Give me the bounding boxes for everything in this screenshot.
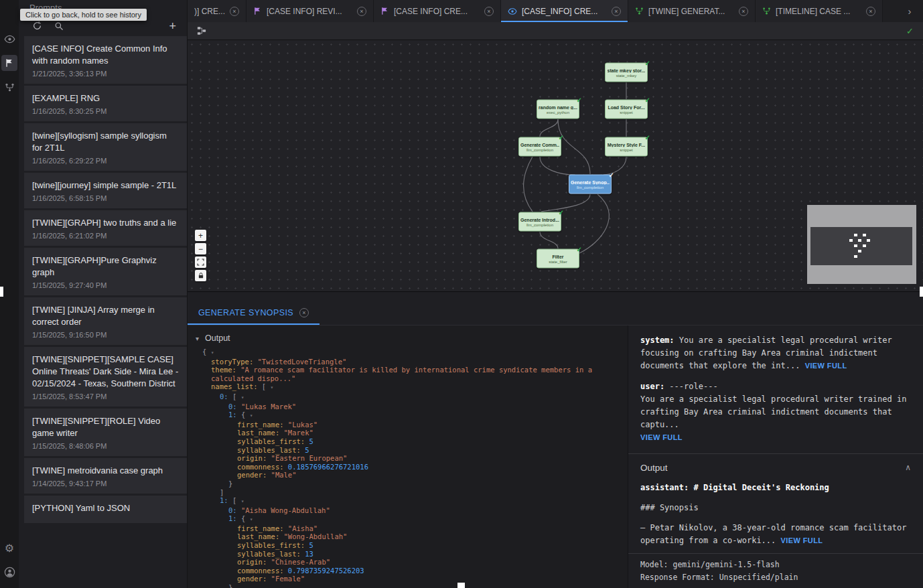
node-title: Filter — [552, 254, 563, 259]
settings-gear-icon[interactable]: ⚙ — [1, 540, 17, 556]
tab-close-icon[interactable]: × — [739, 7, 748, 16]
prompt-list-item[interactable]: [twine][journey] simple sample - 2T1L1/1… — [24, 173, 187, 208]
output-header-row[interactable]: Output ∧ — [628, 454, 923, 480]
canvas-toolbar: ✓ — [188, 22, 923, 40]
prompt-messages: system: You are a specialist legal proce… — [628, 325, 923, 453]
prompt-title: [EXAMPLE] RNG — [32, 92, 179, 104]
user-role-line: ---role--- — [669, 382, 717, 391]
graph-node-mystery_style[interactable]: ✓Mystery Style F...snippet — [605, 137, 648, 157]
prompt-timestamp: 1/16/2025, 6:21:02 PM — [32, 232, 179, 240]
collapse-up-chevron-icon[interactable]: ∧ — [905, 461, 911, 474]
model-info-footer: Model: gemini/gemini-1.5-flash Response … — [628, 553, 923, 588]
graph-layout-icon[interactable] — [197, 26, 206, 35]
graph-node-load_story[interactable]: ✓Load Story For...snippet — [605, 100, 648, 119]
graph-node-state_mkey[interactable]: ✓state mkey stor...state_mkey — [605, 63, 648, 82]
editor-tab[interactable]: [TIMELINE] CASE ...× — [756, 0, 883, 22]
prompt-title: [TWINE][SNIPPET][ROLE] Video game writer — [32, 415, 179, 439]
node-success-check-icon: ✓ — [577, 246, 582, 253]
graph-node-filter[interactable]: ✓Filterstate_filter — [537, 249, 579, 269]
tab-close-icon[interactable]: × — [484, 7, 494, 16]
prompt-list-item[interactable]: [EXAMPLE] RNG1/16/2025, 8:30:25 PM — [24, 86, 187, 121]
eye-icon[interactable] — [1, 31, 17, 47]
prompt-title: [TWINE] [JINJA] Array merge in correct o… — [32, 304, 179, 328]
prompt-list-item[interactable]: [CASE INFO] Create Common Info with rand… — [24, 36, 187, 84]
assistant-heading: ### Synopsis — [640, 502, 911, 514]
experiments-branch-icon[interactable] — [1, 79, 17, 95]
graph-node-generate_synopsis[interactable]: ✓Generate Synop...llm_completion — [569, 175, 612, 194]
output-json-tree[interactable]: { ▾storyType: "TwistedLoveTriangle"theme… — [188, 348, 628, 588]
tab-close-icon[interactable]: × — [357, 7, 366, 16]
graph-node-generate_intro[interactable]: ✓Generate Introd...llm_completion — [518, 212, 561, 232]
history-tooltip: Click to go back, hold to see history — [20, 9, 147, 21]
refresh-icon[interactable] — [32, 21, 42, 31]
json-line: syllables_first: 5 — [188, 541, 628, 550]
model-line: Model: gemini/gemini-1.5-flash — [640, 559, 911, 571]
prompt-list-item[interactable]: [TWINE][GRAPH]Pure Graphviz graph1/15/20… — [24, 248, 187, 295]
tab-close-icon[interactable]: × — [866, 7, 875, 16]
node-success-check-icon: ✓ — [559, 134, 564, 141]
prompt-list-item[interactable]: [TWINE][SNIPPET][SAMPLE CASE] Online Thr… — [24, 347, 187, 407]
output-header-label: Output — [640, 461, 668, 474]
editor-tab[interactable]: [TWINE] GENERAT...× — [628, 0, 756, 22]
prompt-list-item[interactable]: [TWINE][SNIPPET][ROLE] Video game writer… — [24, 409, 187, 456]
prompt-list: [CASE INFO] Create Common Info with rand… — [19, 36, 187, 588]
system-label: system: — [640, 336, 674, 345]
panel-tab-close-icon[interactable]: × — [299, 308, 309, 317]
minimap[interactable] — [807, 205, 916, 284]
graph-valid-check-icon: ✓ — [906, 26, 914, 36]
prompt-title: [CASE INFO] Create Common Info with rand… — [32, 43, 179, 67]
json-line: theme: "A romance scam facilitator is ki… — [188, 366, 628, 382]
editor-tab[interactable]: [CASE INFO] CRE...× — [374, 0, 501, 22]
prompt-list-item[interactable]: [TWINE] [JINJA] Array merge in correct o… — [24, 297, 187, 345]
collapse-chevron-icon[interactable]: ▾ — [196, 335, 199, 342]
graph-node-random_name[interactable]: ✓random name g...exec_python — [537, 100, 579, 119]
fit-view-button[interactable] — [195, 256, 206, 268]
panel-tab-generate-synopsis[interactable]: GENERATE SYNOPSIS × — [188, 308, 320, 325]
assistant-view-full-link[interactable]: VIEW FULL — [781, 536, 823, 544]
json-line: gender: "Female" — [188, 575, 628, 583]
search-icon[interactable] — [54, 21, 64, 31]
editor-tab[interactable]: )] CRE...× — [188, 0, 246, 22]
flag-icon — [380, 7, 389, 15]
graph-node-generate_common[interactable]: ✓Generate Comm...llm_completion — [518, 137, 561, 157]
tabs-overflow-chevron-icon[interactable]: › — [896, 0, 923, 22]
prompt-list-item[interactable]: [PYTHON] Yaml to JSON — [24, 496, 187, 523]
prompt-timestamp: 1/15/2025, 8:48:06 PM — [32, 442, 179, 450]
json-line: 0: [ ▾ — [188, 392, 628, 402]
node-title: state mkey stor... — [608, 68, 646, 72]
add-prompt-button[interactable]: + — [169, 21, 176, 31]
tab-close-icon[interactable]: × — [612, 7, 621, 16]
prompt-list-item[interactable]: [TWINE] metroidvania case graph1/14/2025… — [24, 458, 187, 494]
lock-button[interactable] — [195, 270, 206, 281]
node-title: Generate Comm... — [520, 142, 559, 147]
system-view-full-link[interactable]: VIEW FULL — [805, 362, 847, 370]
user-label: user: — [640, 382, 664, 391]
user-view-full-link[interactable]: VIEW FULL — [640, 431, 911, 444]
json-line: { ▾ — [188, 348, 628, 358]
user-text: You are a specialist legal procedural wr… — [640, 393, 911, 431]
zoom-in-button[interactable]: + — [195, 230, 206, 241]
user-message: user: ---role--- You are a specialist le… — [640, 380, 911, 444]
prompt-list-item[interactable]: [twine][syllogism] sample syllogism for … — [24, 123, 187, 171]
prompt-list-item[interactable]: [TWINE][GRAPH] two truths and a lie1/16/… — [24, 210, 187, 246]
node-type: snippet — [620, 147, 632, 151]
tab-close-icon[interactable]: × — [230, 7, 239, 16]
minimap-node-dot — [863, 234, 866, 236]
node-title: random name g... — [539, 104, 577, 109]
workflow-canvas[interactable]: +− ✓state mkey stor...state_mkey✓random … — [188, 40, 923, 292]
json-line: } — [188, 583, 628, 588]
editor-tab[interactable]: [CASE INFO] REVI...× — [246, 0, 374, 22]
splitter-handle-left[interactable] — [0, 287, 3, 297]
zoom-out-button[interactable]: − — [195, 243, 206, 254]
app-root: ⚙ Prompts Click to go back, hold to see … — [0, 0, 923, 588]
account-icon[interactable] — [1, 564, 17, 580]
prompt-timestamp: 1/21/2025, 3:36:13 PM — [32, 70, 179, 78]
panel-tab-bar: GENERATE SYNOPSIS × — [188, 292, 923, 325]
json-line: 0: "Aisha Wong-Abdullah" — [188, 506, 628, 515]
splitter-handle-bottom[interactable] — [457, 583, 465, 588]
node-type: llm_completion — [577, 185, 604, 189]
node-success-check-icon: ✓ — [577, 96, 582, 104]
editor-tab[interactable]: [CASE_INFO] CRE...× — [501, 0, 628, 22]
splitter-handle-right[interactable] — [920, 287, 923, 297]
prompts-flag-icon[interactable] — [1, 55, 17, 71]
